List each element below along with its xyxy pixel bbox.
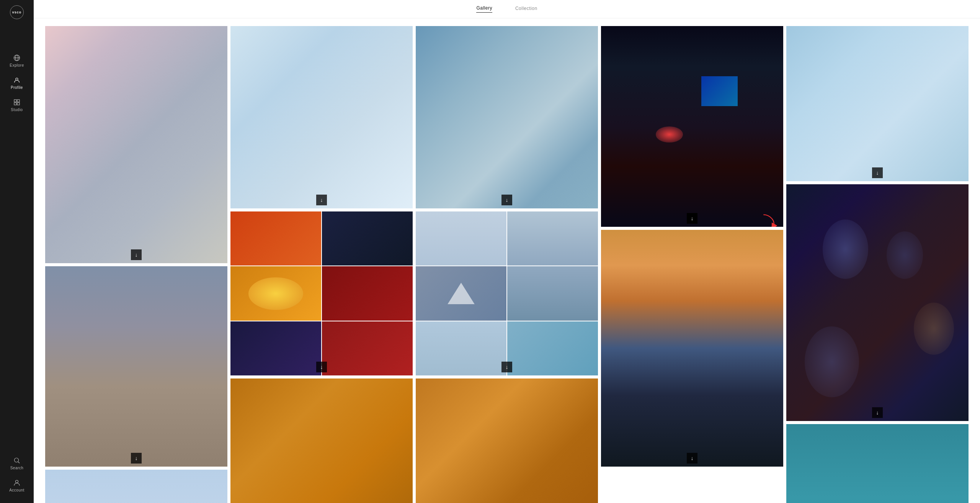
download-cherry[interactable]: ↓ xyxy=(131,249,142,260)
photo-trees[interactable]: ↓ xyxy=(786,424,969,503)
photo-autumn2[interactable]: ↓ xyxy=(416,378,598,503)
tab-collection[interactable]: Collection xyxy=(515,6,537,13)
photo-sky[interactable]: ↓ xyxy=(45,470,227,503)
sidebar: vsco Explore Profile xyxy=(0,0,34,503)
sidebar-item-explore[interactable]: Explore xyxy=(0,50,34,72)
download-bokeh[interactable]: ↓ xyxy=(872,407,883,418)
download-icesurf[interactable]: ↓ xyxy=(872,167,883,178)
svg-rect-5 xyxy=(17,100,20,102)
svg-point-3 xyxy=(16,78,18,80)
sidebar-item-search[interactable]: Search xyxy=(0,452,34,475)
globe-icon xyxy=(13,54,20,61)
grid-icon xyxy=(13,99,20,106)
main-content: Gallery Collection ↓ ↓ ↓ ↓ xyxy=(34,0,980,503)
svg-point-10 xyxy=(16,480,18,483)
svg-line-9 xyxy=(18,462,20,464)
svg-rect-4 xyxy=(14,100,16,102)
person-icon xyxy=(13,479,20,486)
photo-iceblue[interactable]: ↓ xyxy=(416,26,598,208)
photo-fire-collage[interactable]: ↓ xyxy=(230,211,413,375)
svg-rect-6 xyxy=(14,103,16,105)
photo-nightroad[interactable]: ↓ xyxy=(601,26,783,227)
tab-bar: Gallery Collection xyxy=(34,0,980,18)
photo-cherry[interactable]: ↓ xyxy=(45,26,227,263)
tab-gallery[interactable]: Gallery xyxy=(476,5,492,13)
gallery-col-5: ↓ ↓ ↓ xyxy=(786,26,969,503)
download-nightroad[interactable]: ↓ xyxy=(687,213,697,224)
vsco-logo: vsco xyxy=(10,5,24,19)
gallery-col-2: ↓ ↓ ↓ xyxy=(230,26,413,503)
photo-ice[interactable]: ↓ xyxy=(230,26,413,208)
sidebar-item-account[interactable]: Account xyxy=(0,475,34,497)
user-icon xyxy=(13,77,20,84)
photo-icesurf[interactable]: ↓ xyxy=(786,26,969,181)
gallery-col-1: ↓ ↓ ↓ xyxy=(45,26,227,503)
bottom-nav-items: Search Account xyxy=(0,452,34,503)
search-icon xyxy=(13,457,20,464)
download-iceblue[interactable]: ↓ xyxy=(501,195,512,205)
download-sunset[interactable]: ↓ xyxy=(687,453,697,464)
photo-seabird[interactable]: ↓ xyxy=(45,266,227,467)
photo-autumn[interactable]: ↓ xyxy=(230,378,413,503)
sidebar-item-profile[interactable]: Profile xyxy=(0,72,34,94)
photo-sunset[interactable]: ↓ xyxy=(601,230,783,467)
photo-bokeh[interactable]: ↓ xyxy=(786,184,969,421)
svg-rect-7 xyxy=(17,103,20,105)
nav-items: Explore Profile Studio xyxy=(0,27,34,452)
download-fire-collage[interactable]: ↓ xyxy=(316,362,327,372)
photo-boat-collage[interactable]: ↓ xyxy=(416,211,598,375)
sidebar-item-studio[interactable]: Studio xyxy=(0,94,34,116)
svg-point-8 xyxy=(15,458,19,462)
red-arrow-indicator xyxy=(760,211,779,227)
download-seabird[interactable]: ↓ xyxy=(131,453,142,464)
download-ice[interactable]: ↓ xyxy=(316,195,327,205)
gallery-col-4: ↓ ↓ xyxy=(601,26,783,503)
gallery-grid: ↓ ↓ ↓ ↓ xyxy=(34,18,980,503)
gallery-col-3: ↓ ↓ ↓ xyxy=(416,26,598,503)
download-boat-collage[interactable]: ↓ xyxy=(501,362,512,372)
